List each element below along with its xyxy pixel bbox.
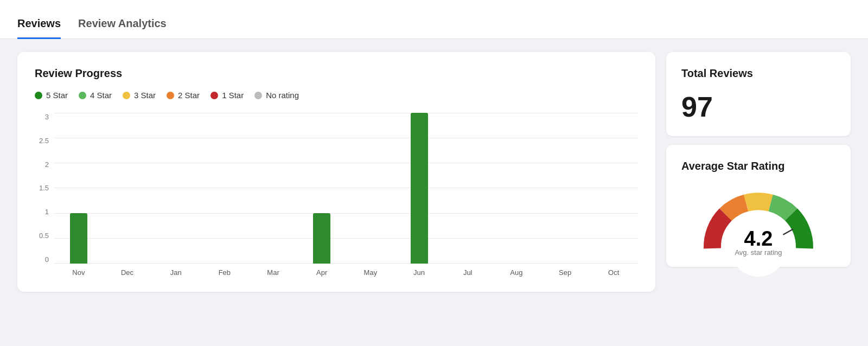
- x-labels: NovDecJanFebMarAprMayJunJulAugSepOct: [54, 264, 638, 281]
- bar-group: [541, 113, 590, 264]
- bar-group: [249, 113, 298, 264]
- legend-item: 4 Star: [79, 91, 112, 100]
- x-axis-label: May: [346, 264, 395, 281]
- x-axis-label: Feb: [200, 264, 249, 281]
- x-axis-label: Jan: [151, 264, 200, 281]
- review-progress-card: Review Progress 5 Star4 Star3 Star2 Star…: [17, 52, 655, 292]
- bar-group: [395, 113, 444, 264]
- x-axis-label: Mar: [249, 264, 298, 281]
- right-panel: Total Reviews 97 Average Star Rating: [666, 52, 851, 292]
- bar-group: [54, 113, 103, 264]
- x-axis-label: Oct: [589, 264, 638, 281]
- y-axis-label: 1.5: [39, 184, 49, 192]
- tabs-bar: Reviews Review Analytics: [0, 0, 868, 39]
- gauge-label-text: Avg. star rating: [735, 248, 782, 257]
- legend-label: 5 Star: [46, 91, 68, 100]
- legend-label: 4 Star: [90, 91, 112, 100]
- bar: [313, 213, 330, 264]
- legend-dot: [167, 92, 174, 99]
- x-axis-label: Sep: [541, 264, 590, 281]
- bars-row: [54, 113, 638, 264]
- avg-star-rating-title: Average Star Rating: [681, 160, 835, 172]
- chart-area: NovDecJanFebMarAprMayJunJulAugSepOct: [54, 113, 638, 281]
- x-axis-label: Aug: [492, 264, 541, 281]
- review-progress-title: Review Progress: [35, 67, 638, 80]
- x-axis-label: Jun: [395, 264, 444, 281]
- legend-dot: [254, 92, 262, 99]
- bar-group: [443, 113, 492, 264]
- x-axis-label: Dec: [103, 264, 152, 281]
- main-content: Review Progress 5 Star4 Star3 Star2 Star…: [0, 39, 868, 305]
- total-reviews-value: 97: [681, 91, 835, 123]
- y-axis-label: 1: [45, 208, 49, 216]
- legend-dot: [210, 92, 218, 99]
- gauge-svg: 4.2 Avg. star rating: [693, 183, 824, 254]
- total-reviews-title: Total Reviews: [681, 67, 835, 80]
- bar-group: [200, 113, 249, 264]
- legend-item: 3 Star: [123, 91, 156, 100]
- bar: [411, 113, 428, 264]
- bar-group: [589, 113, 638, 264]
- legend-item: No rating: [254, 91, 299, 100]
- x-axis-label: Jul: [443, 264, 492, 281]
- legend-item: 5 Star: [35, 91, 68, 100]
- legend-label: 2 Star: [178, 91, 200, 100]
- bar-group: [346, 113, 395, 264]
- y-axis-label: 2: [45, 161, 49, 169]
- chart-legend: 5 Star4 Star3 Star2 Star1 StarNo rating: [35, 91, 638, 100]
- bar-group: [103, 113, 152, 264]
- legend-dot: [123, 92, 130, 99]
- gauge-value-text: 4.2: [744, 227, 773, 250]
- bar-group: [297, 113, 346, 264]
- tab-review-analytics[interactable]: Review Analytics: [78, 17, 167, 39]
- tab-reviews[interactable]: Reviews: [17, 17, 61, 39]
- avg-star-rating-card: Average Star Rating: [666, 145, 851, 267]
- bar-group: [151, 113, 200, 264]
- legend-label: 3 Star: [134, 91, 156, 100]
- y-axis-label: 0: [45, 255, 49, 264]
- x-axis-label: Apr: [297, 264, 346, 281]
- total-reviews-card: Total Reviews 97: [666, 52, 851, 136]
- legend-item: 2 Star: [167, 91, 200, 100]
- bar: [70, 213, 87, 264]
- y-axis-label: 2.5: [39, 137, 49, 145]
- legend-label: 1 Star: [222, 91, 244, 100]
- y-axis-label: 0.5: [39, 232, 49, 240]
- chart-container: 32.521.510.50 NovDecJanFebMarAprMayJunJu…: [35, 113, 638, 281]
- legend-item: 1 Star: [210, 91, 244, 100]
- y-axis: 32.521.510.50: [35, 113, 54, 281]
- gauge-container: 4.2 Avg. star rating: [681, 183, 835, 254]
- legend-label: No rating: [266, 91, 299, 100]
- legend-dot: [79, 92, 86, 99]
- y-axis-label: 3: [45, 113, 49, 121]
- x-axis-label: Nov: [54, 264, 103, 281]
- legend-dot: [35, 92, 42, 99]
- bar-group: [492, 113, 541, 264]
